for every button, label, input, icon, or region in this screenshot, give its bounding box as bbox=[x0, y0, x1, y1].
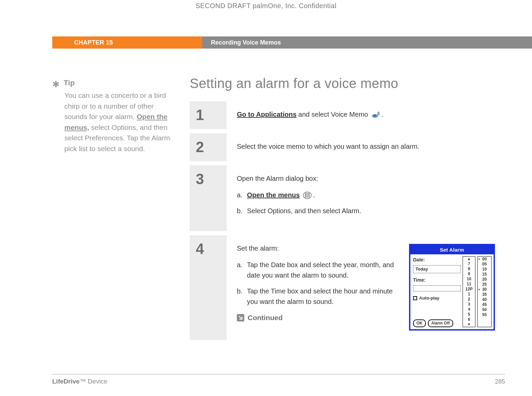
chapter-label: CHAPTER 15 bbox=[74, 39, 113, 46]
substep-letter: a. bbox=[237, 190, 244, 200]
step4a-text: Tap the Date box and select the year, mo… bbox=[247, 260, 399, 281]
continued-label: Continued bbox=[248, 312, 283, 323]
continued-arrow-icon bbox=[237, 314, 244, 321]
step3b-text: Select Options, and then select Alarm. bbox=[247, 206, 361, 216]
minute-option[interactable]: 00 bbox=[478, 257, 491, 262]
hour-option[interactable]: 6 bbox=[463, 317, 475, 322]
tip-sidebar: ✱ Tip You can use a concerto or a bird c… bbox=[52, 76, 174, 359]
palm-hours-column[interactable]: ▲ 7 8 9 10 11 12P 1 2 bbox=[463, 256, 475, 327]
step-1: 1 Go to Applications and select Voice Me… bbox=[190, 101, 505, 129]
hour-option[interactable]: 5 bbox=[463, 312, 475, 317]
hour-option[interactable]: 11 bbox=[463, 282, 475, 287]
confidential-watermark: SECOND DRAFT palmOne, Inc. Confidential bbox=[0, 2, 532, 10]
hour-option[interactable]: 3 bbox=[463, 302, 475, 307]
palm-time-label: Time: bbox=[413, 277, 461, 284]
minute-option[interactable]: 50 bbox=[478, 307, 491, 312]
palm-minutes-column[interactable]: 00 05 10 15 20 25 30 35 40 bbox=[477, 256, 492, 327]
palm-autoplay-label: Auto-play bbox=[419, 295, 439, 302]
step3a-tail: . bbox=[313, 191, 315, 199]
set-alarm-screenshot: Set Alarm Date: Today Time: bbox=[409, 244, 495, 331]
step-number: 4 bbox=[196, 241, 204, 257]
open-the-menus-link[interactable]: Open the menus bbox=[247, 191, 300, 199]
minute-option[interactable]: 05 bbox=[478, 262, 491, 267]
step-number: 2 bbox=[196, 139, 204, 155]
palm-autoplay-checkbox[interactable]: Auto-play bbox=[413, 295, 461, 302]
step-number: 3 bbox=[196, 171, 204, 188]
page-footer: LifeDrive™ Device 285 bbox=[52, 374, 505, 385]
substep-letter: a. bbox=[237, 260, 244, 281]
palm-titlebar: Set Alarm bbox=[410, 245, 494, 254]
page-title: Setting an alarm for a voice memo bbox=[190, 76, 505, 91]
palm-date-label: Date: bbox=[413, 256, 461, 264]
section-banner: Recording Voice Memos bbox=[202, 36, 532, 49]
minute-option[interactable]: 35 bbox=[478, 292, 491, 297]
chapter-banner: CHAPTER 15 bbox=[52, 36, 202, 49]
palm-ok-button[interactable]: OK bbox=[413, 319, 426, 327]
step-number: 1 bbox=[196, 107, 204, 123]
hour-option[interactable]: 7 bbox=[463, 261, 475, 266]
step1-mid: and select Voice Memo bbox=[296, 111, 370, 118]
step-3: 3 Open the Alarm dialog box: a. Open the… bbox=[190, 165, 505, 231]
hour-option[interactable]: 1 bbox=[463, 292, 475, 297]
hour-option[interactable]: 10 bbox=[463, 277, 475, 282]
hour-option[interactable]: 9 bbox=[463, 272, 475, 277]
minute-option[interactable]: 15 bbox=[478, 272, 491, 277]
step3-intro: Open the Alarm dialog box: bbox=[237, 173, 495, 184]
tip-body: You can use a concerto or a bird chirp o… bbox=[64, 90, 174, 154]
minute-option[interactable]: 40 bbox=[478, 297, 491, 302]
minute-option[interactable]: 10 bbox=[478, 267, 491, 272]
scroll-down-icon[interactable]: ▼ bbox=[463, 322, 475, 327]
minute-option[interactable]: 55 bbox=[478, 312, 491, 317]
header-bar: CHAPTER 15 Recording Voice Memos bbox=[0, 36, 532, 49]
step2-text: Select the voice memo to which you want … bbox=[237, 141, 495, 152]
product-name: LifeDrive™ Device bbox=[52, 378, 107, 385]
step-2: 2 Select the voice memo to which you wan… bbox=[190, 133, 505, 161]
hour-option[interactable]: 2 bbox=[463, 297, 475, 302]
substep-letter: b. bbox=[237, 206, 244, 216]
step-4: 4 Set the alarm: a. Tap the Date box and… bbox=[190, 235, 505, 340]
tip-asterisk-icon: ✱ bbox=[52, 79, 60, 89]
go-to-applications-link[interactable]: Go to Applications bbox=[237, 111, 296, 118]
minute-option[interactable]: 20 bbox=[478, 277, 491, 282]
step4b-text: Tap the Time box and select the hour and… bbox=[247, 286, 399, 307]
hour-option[interactable]: 8 bbox=[463, 266, 475, 272]
minute-option[interactable]: 45 bbox=[478, 302, 491, 307]
voice-memo-icon bbox=[371, 111, 381, 119]
svg-rect-1 bbox=[373, 115, 376, 117]
step4-intro: Set the alarm: bbox=[237, 243, 399, 254]
palm-date-field[interactable]: Today bbox=[413, 265, 461, 273]
section-title: Recording Voice Memos bbox=[211, 39, 281, 46]
checkbox-icon bbox=[413, 296, 417, 300]
palm-time-field[interactable] bbox=[413, 285, 461, 291]
minute-option[interactable]: 25 bbox=[478, 282, 491, 287]
scroll-up-icon[interactable]: ▲ bbox=[463, 257, 475, 261]
menu-icon bbox=[302, 191, 312, 199]
hour-option[interactable]: 4 bbox=[463, 307, 475, 312]
substep-letter: b. bbox=[237, 286, 244, 307]
palm-alarm-off-button[interactable]: Alarm Off bbox=[428, 319, 453, 327]
tip-heading: Tip bbox=[64, 79, 75, 87]
hour-option[interactable]: 12P bbox=[463, 287, 475, 292]
minute-option[interactable]: 30 bbox=[478, 287, 491, 292]
step1-tail: . bbox=[381, 111, 383, 118]
page-number: 285 bbox=[495, 378, 505, 385]
